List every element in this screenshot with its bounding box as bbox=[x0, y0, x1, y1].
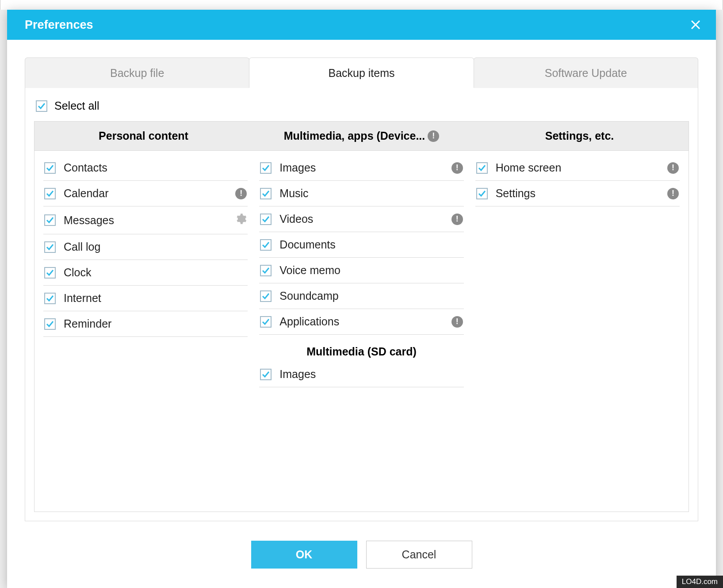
check-icon bbox=[46, 164, 54, 172]
item-label: Images bbox=[279, 161, 443, 174]
check-icon bbox=[46, 294, 54, 302]
item-label: Call log bbox=[64, 241, 247, 253]
item-label: Images bbox=[279, 368, 463, 381]
checkbox-images[interactable] bbox=[260, 162, 272, 174]
header-settings: Settings, etc. bbox=[471, 122, 689, 150]
check-icon bbox=[262, 292, 270, 300]
column-multimedia: Images!MusicVideos!DocumentsVoice memoSo… bbox=[259, 155, 471, 507]
items-scroll-area[interactable]: ContactsCalendar!MessagesCall logClockIn… bbox=[34, 151, 689, 512]
titlebar: Preferences bbox=[7, 10, 716, 40]
gear-button[interactable] bbox=[234, 213, 247, 228]
preferences-dialog: Preferences Backup file Backup items Sof… bbox=[7, 10, 716, 588]
check-icon bbox=[46, 320, 54, 328]
item-label: Calendar bbox=[64, 187, 227, 200]
info-icon[interactable]: ! bbox=[667, 162, 679, 174]
item-label: Internet bbox=[64, 292, 247, 305]
checkbox-call-log[interactable] bbox=[44, 241, 56, 253]
check-icon bbox=[262, 215, 270, 223]
multimedia-item-documents: Documents bbox=[259, 232, 463, 258]
ok-button[interactable]: OK bbox=[251, 541, 357, 569]
header-multimedia: Multimedia, apps (Device... ! bbox=[252, 122, 471, 150]
tab-backup-items[interactable]: Backup items bbox=[249, 57, 474, 88]
personal-item-clock: Clock bbox=[43, 260, 248, 286]
checkbox-home-screen[interactable] bbox=[476, 162, 488, 174]
tab-backup-file[interactable]: Backup file bbox=[25, 57, 249, 88]
close-button[interactable] bbox=[688, 17, 704, 33]
checkbox-contacts[interactable] bbox=[44, 162, 56, 174]
checkbox-calendar[interactable] bbox=[44, 188, 56, 199]
column-headers: Personal content Multimedia, apps (Devic… bbox=[34, 121, 689, 151]
check-icon bbox=[478, 164, 486, 172]
cancel-button[interactable]: Cancel bbox=[366, 541, 472, 569]
multimedia-item-videos: Videos! bbox=[259, 206, 463, 232]
checkbox-internet[interactable] bbox=[44, 293, 56, 304]
item-label: Applications bbox=[279, 315, 443, 328]
item-label: Reminder bbox=[64, 317, 247, 330]
checkbox-soundcamp[interactable] bbox=[260, 290, 272, 302]
multimedia-sd-header: Multimedia (SD card) bbox=[259, 335, 463, 362]
multimedia-item-images: Images! bbox=[259, 155, 463, 181]
check-icon bbox=[262, 318, 270, 326]
checkbox-applications[interactable] bbox=[260, 316, 272, 328]
multimedia-item-voice-memo: Voice memo bbox=[259, 258, 463, 283]
check-icon bbox=[38, 102, 46, 110]
item-label: Documents bbox=[279, 238, 463, 251]
select-all-checkbox[interactable] bbox=[36, 100, 47, 112]
watermark: LO4D.com bbox=[677, 576, 723, 588]
check-icon bbox=[46, 216, 54, 224]
multimedia-item-soundcamp: Soundcamp bbox=[259, 283, 463, 309]
settings-item-home-screen: Home screen! bbox=[475, 155, 680, 181]
checkbox-images[interactable] bbox=[260, 369, 272, 380]
tabs: Backup file Backup items Software Update bbox=[25, 57, 698, 88]
check-icon bbox=[262, 370, 270, 378]
settings-item-settings: Settings! bbox=[475, 181, 680, 206]
personal-item-call-log: Call log bbox=[43, 234, 248, 260]
info-icon[interactable]: ! bbox=[235, 188, 247, 199]
multimedia-item-applications: Applications! bbox=[259, 309, 463, 335]
check-icon bbox=[262, 241, 270, 249]
info-icon[interactable]: ! bbox=[667, 188, 679, 199]
personal-item-internet: Internet bbox=[43, 286, 248, 311]
check-icon bbox=[262, 190, 270, 198]
tab-software-update[interactable]: Software Update bbox=[474, 57, 698, 88]
item-label: Messages bbox=[64, 214, 226, 227]
check-icon bbox=[46, 243, 54, 251]
item-label: Soundcamp bbox=[279, 290, 463, 302]
close-icon bbox=[690, 19, 701, 30]
multimedia-sd-item-images: Images bbox=[259, 362, 463, 387]
check-icon bbox=[262, 267, 270, 275]
gear-icon bbox=[234, 213, 247, 225]
item-label: Settings bbox=[496, 187, 659, 200]
info-icon[interactable]: ! bbox=[428, 130, 439, 142]
column-settings: Home screen!Settings! bbox=[475, 155, 687, 507]
info-icon[interactable]: ! bbox=[451, 214, 463, 225]
checkbox-documents[interactable] bbox=[260, 239, 272, 251]
check-icon bbox=[262, 164, 270, 172]
multimedia-item-music: Music bbox=[259, 181, 463, 206]
item-label: Voice memo bbox=[279, 264, 463, 277]
personal-item-reminder: Reminder bbox=[43, 311, 248, 337]
dialog-footer: OK Cancel bbox=[7, 526, 716, 588]
checkbox-messages[interactable] bbox=[44, 214, 56, 226]
checkbox-videos[interactable] bbox=[260, 214, 272, 225]
column-personal: ContactsCalendar!MessagesCall logClockIn… bbox=[43, 155, 255, 507]
personal-item-calendar: Calendar! bbox=[43, 181, 248, 206]
item-label: Videos bbox=[279, 213, 443, 225]
checkbox-voice-memo[interactable] bbox=[260, 265, 272, 276]
item-label: Music bbox=[279, 187, 463, 200]
info-icon[interactable]: ! bbox=[451, 162, 463, 174]
personal-item-contacts: Contacts bbox=[43, 155, 248, 181]
info-icon[interactable]: ! bbox=[451, 316, 463, 328]
item-label: Clock bbox=[64, 266, 247, 279]
personal-item-messages: Messages bbox=[43, 206, 248, 234]
window-title: Preferences bbox=[25, 18, 93, 32]
select-all-label: Select all bbox=[54, 99, 99, 112]
checkbox-clock[interactable] bbox=[44, 267, 56, 279]
check-icon bbox=[478, 190, 486, 198]
item-label: Home screen bbox=[496, 161, 659, 174]
select-all-row: Select all bbox=[34, 97, 689, 121]
check-icon bbox=[46, 190, 54, 198]
checkbox-music[interactable] bbox=[260, 188, 272, 199]
checkbox-reminder[interactable] bbox=[44, 318, 56, 330]
checkbox-settings[interactable] bbox=[476, 188, 488, 199]
